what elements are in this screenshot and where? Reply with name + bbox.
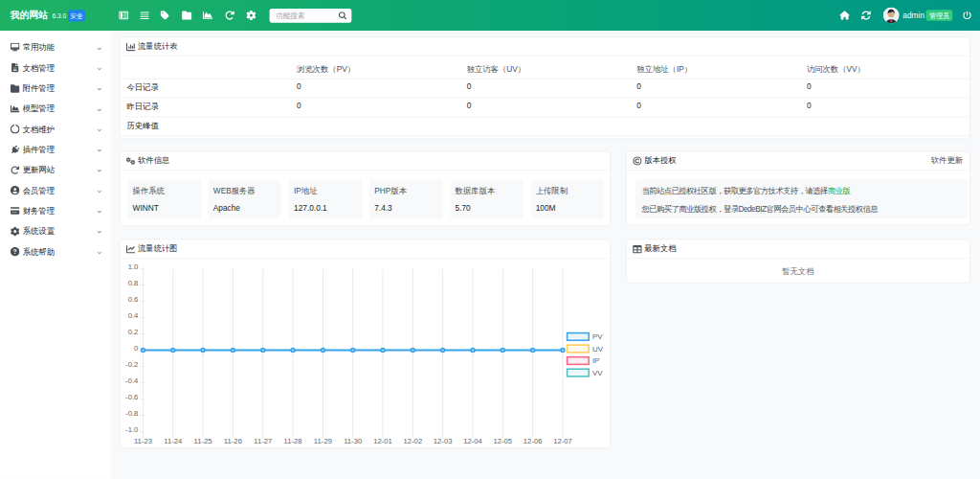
svg-text:12-06: 12-06 bbox=[523, 437, 543, 445]
svg-text:VV: VV bbox=[592, 369, 603, 377]
svg-text:11-23: 11-23 bbox=[134, 437, 152, 445]
svg-text:12-05: 12-05 bbox=[493, 437, 512, 445]
svg-text:0.6: 0.6 bbox=[128, 295, 139, 304]
svg-text:0: 0 bbox=[134, 344, 138, 353]
svg-text:PV: PV bbox=[592, 332, 603, 341]
svg-text:12-01: 12-01 bbox=[373, 437, 392, 445]
svg-text:IP: IP bbox=[592, 356, 600, 365]
svg-text:-0.8: -0.8 bbox=[125, 409, 138, 418]
svg-text:12-03: 12-03 bbox=[434, 437, 453, 445]
svg-text:0.4: 0.4 bbox=[128, 311, 139, 320]
svg-text:11-25: 11-25 bbox=[194, 437, 212, 445]
svg-text:12-04: 12-04 bbox=[463, 437, 482, 445]
svg-text:11-30: 11-30 bbox=[344, 437, 362, 445]
svg-text:-0.6: -0.6 bbox=[125, 393, 138, 401]
svg-text:-1.0: -1.0 bbox=[125, 425, 138, 434]
svg-text:UV: UV bbox=[592, 345, 604, 354]
svg-text:12-07: 12-07 bbox=[553, 437, 572, 445]
svg-text:-0.4: -0.4 bbox=[125, 376, 139, 385]
svg-text:1.0: 1.0 bbox=[128, 262, 139, 271]
svg-text:11-24: 11-24 bbox=[164, 437, 183, 445]
svg-text:11-26: 11-26 bbox=[224, 437, 242, 445]
svg-text:12-02: 12-02 bbox=[404, 437, 423, 445]
svg-text:0.8: 0.8 bbox=[128, 279, 139, 287]
svg-text:11-28: 11-28 bbox=[284, 437, 302, 445]
svg-text:-0.2: -0.2 bbox=[125, 360, 138, 369]
svg-text:11-27: 11-27 bbox=[254, 437, 272, 445]
svg-text:11-29: 11-29 bbox=[314, 437, 332, 445]
svg-text:0.2: 0.2 bbox=[128, 328, 139, 336]
